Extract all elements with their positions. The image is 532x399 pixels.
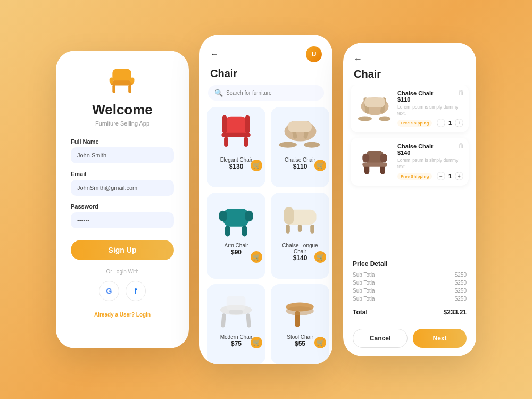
- sign-up-button[interactable]: Sign Up: [71, 240, 174, 260]
- price-value: $250: [455, 272, 467, 278]
- chair-logo-icon: [107, 66, 137, 93]
- qty-number: 1: [448, 120, 452, 126]
- cart-item-name: Chaise Chair: [397, 90, 463, 96]
- already-user-label: Already a User?: [94, 312, 135, 318]
- product-image-stool: [276, 289, 324, 332]
- list-item: Chaise Chair $110 Lorem ipsum is simply …: [351, 85, 469, 132]
- products-grid: 🛒 Elegant Chair $130 🛒 Cha: [200, 107, 332, 364]
- svg-point-35: [286, 306, 314, 315]
- list-item: 🛒 Elegant Chair $130: [207, 107, 265, 187]
- svg-rect-43: [362, 153, 369, 162]
- svg-point-15: [279, 142, 297, 147]
- add-to-cart-button[interactable]: 🛒: [314, 160, 326, 171]
- svg-rect-0: [112, 69, 131, 81]
- total-label: Total: [353, 309, 368, 316]
- list-title: Chair: [200, 62, 332, 85]
- svg-rect-41: [364, 97, 385, 107]
- list-item: 🛒 Modern Chair $75: [207, 284, 265, 364]
- search-icon: 🔍: [214, 89, 223, 97]
- price-label: Sub Totla: [353, 280, 375, 286]
- price-row: Sub Totla $250: [353, 296, 467, 302]
- price-row: Sub Totla $250: [353, 280, 467, 286]
- add-to-cart-button[interactable]: 🛒: [251, 160, 262, 171]
- delete-item-button[interactable]: 🗑: [458, 89, 464, 96]
- svg-rect-3: [128, 85, 131, 93]
- password-group: Password: [71, 203, 174, 228]
- phone-cart-detail: ← Chair Chaise Chair $: [343, 43, 476, 356]
- price-label: Sub Totla: [353, 272, 375, 278]
- detail-header: ← Chair: [343, 43, 476, 85]
- svg-rect-4: [110, 78, 113, 84]
- fullname-label: Full Name: [71, 138, 174, 145]
- back-arrow-icon[interactable]: ←: [354, 54, 466, 64]
- password-label: Password: [71, 203, 174, 210]
- price-value: $250: [455, 296, 467, 302]
- already-user-text: Already a User? Login: [94, 312, 151, 318]
- svg-rect-9: [245, 115, 250, 133]
- google-login-button[interactable]: G: [99, 281, 119, 301]
- or-login-text: Or Login With: [106, 269, 138, 275]
- detail-title: Chair: [354, 68, 466, 80]
- price-label: Sub Totla: [353, 296, 375, 302]
- product-price: $90: [231, 248, 242, 256]
- decrease-qty-button[interactable]: −: [437, 172, 445, 180]
- next-button[interactable]: Next: [413, 329, 467, 348]
- add-to-cart-button[interactable]: 🛒: [314, 337, 326, 348]
- svg-rect-27: [297, 224, 302, 231]
- svg-rect-32: [226, 296, 245, 310]
- fullname-input[interactable]: [71, 147, 174, 163]
- product-image-chaise: [276, 112, 324, 155]
- product-name: Stool Chair: [287, 334, 313, 340]
- email-label: Email: [71, 171, 174, 177]
- svg-rect-44: [380, 153, 387, 162]
- product-price: $130: [229, 163, 244, 170]
- add-to-cart-button[interactable]: 🛒: [314, 251, 326, 263]
- google-icon: G: [106, 287, 112, 295]
- svg-rect-29: [221, 313, 226, 327]
- user-avatar: U: [306, 46, 322, 62]
- facebook-login-button[interactable]: f: [126, 281, 146, 301]
- product-price: $140: [293, 254, 307, 262]
- cart-item-name: Chaise Chair: [397, 143, 463, 149]
- qty-number: 1: [448, 173, 452, 179]
- total-value: $233.21: [444, 309, 467, 316]
- product-image-longue: [276, 198, 324, 240]
- product-name: Chaise Chair: [285, 157, 315, 163]
- login-link[interactable]: Login: [136, 312, 151, 318]
- svg-rect-20: [245, 210, 253, 221]
- product-price: $75: [231, 340, 242, 347]
- product-price: $55: [295, 340, 305, 347]
- cart-item-price: $110: [397, 96, 463, 103]
- add-to-cart-button[interactable]: 🛒: [251, 337, 262, 348]
- svg-rect-5: [130, 78, 134, 84]
- svg-rect-19: [219, 210, 227, 221]
- search-input[interactable]: [226, 90, 318, 96]
- cart-item-desc: Lorem ipsum is simply dummy text.: [397, 104, 463, 117]
- price-row: Sub Totla $250: [353, 272, 467, 278]
- price-value: $250: [455, 280, 467, 286]
- svg-rect-10: [224, 137, 228, 147]
- social-buttons: G f: [99, 281, 146, 301]
- delete-item-button[interactable]: 🗑: [458, 142, 464, 149]
- phone-product-list: ← U Chair 🔍 �: [200, 35, 332, 364]
- add-to-cart-button[interactable]: 🛒: [251, 251, 262, 263]
- svg-rect-30: [246, 313, 251, 327]
- svg-rect-25: [286, 224, 290, 233]
- product-name: Arm Chair: [224, 243, 248, 248]
- decrease-qty-button[interactable]: −: [437, 119, 445, 127]
- list-item: 🛒 Chaise Chair $110: [271, 107, 329, 187]
- increase-qty-button[interactable]: +: [455, 119, 463, 127]
- svg-rect-11: [244, 137, 248, 147]
- cart-item-qty: − 1 +: [437, 172, 463, 180]
- list-item: Chaise Chair $140 Lorem ipsum is simply …: [351, 138, 469, 186]
- free-shipping-badge: Free Shipping: [397, 120, 432, 127]
- svg-point-39: [358, 116, 371, 121]
- back-arrow-icon[interactable]: ←: [210, 49, 219, 59]
- cancel-button[interactable]: Cancel: [353, 329, 408, 348]
- email-input[interactable]: [71, 180, 174, 196]
- email-group: Email: [71, 171, 174, 196]
- increase-qty-button[interactable]: +: [455, 172, 463, 180]
- svg-rect-6: [225, 116, 246, 135]
- password-input[interactable]: [71, 212, 174, 228]
- list-item: 🛒 Chaise Longue Chair $140: [271, 193, 329, 279]
